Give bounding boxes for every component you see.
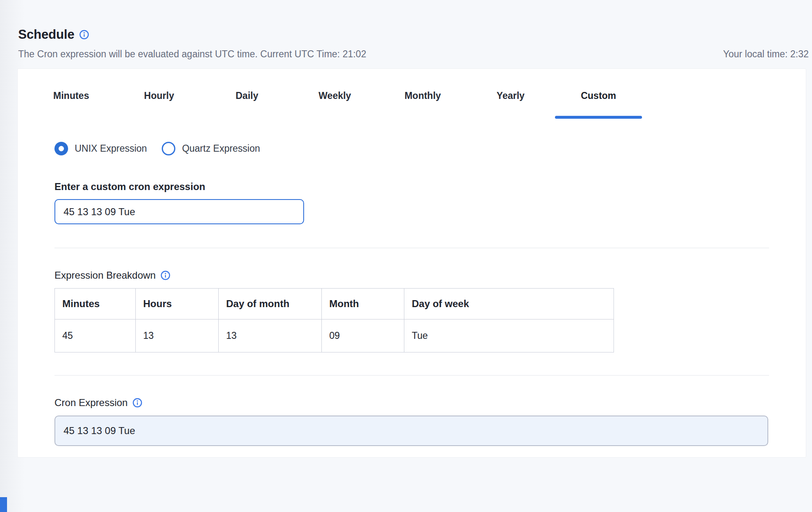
breakdown-col-header: Day of week: [404, 289, 614, 319]
breakdown-cell: 09: [322, 319, 404, 352]
schedule-screen: Schedule The Cron expression will be eva…: [0, 0, 812, 512]
tab-label: Custom: [581, 90, 616, 101]
breakdown-col-header: Day of month: [219, 289, 322, 319]
card-content: UNIX ExpressionQuartz Expression Enter a…: [54, 142, 769, 446]
tab-label: Yearly: [497, 90, 525, 101]
offscreen-button-fragment[interactable]: [0, 497, 7, 512]
tab-daily[interactable]: Daily: [203, 90, 291, 119]
breakdown-col-header: Month: [322, 289, 404, 319]
schedule-card: MinutesHourlyDailyWeeklyMonthlyYearlyCus…: [17, 68, 806, 458]
tab-label: Hourly: [144, 90, 174, 101]
schedule-info-icon[interactable]: [79, 30, 89, 40]
tab-yearly[interactable]: Yearly: [467, 90, 555, 119]
expression-breakdown-title: Expression Breakdown: [54, 270, 156, 281]
cron-expression-title: Cron Expression: [54, 397, 127, 409]
schedule-header: Schedule The Cron expression will be eva…: [18, 27, 809, 60]
tab-hourly[interactable]: Hourly: [115, 90, 203, 119]
tab-label: Minutes: [53, 90, 89, 101]
cron-expression-info-icon[interactable]: [132, 398, 142, 408]
breakdown-col-header: Minutes: [55, 289, 136, 319]
radio-label: Quartz Expression: [182, 143, 260, 154]
tab-label: Daily: [236, 90, 258, 101]
custom-cron-input[interactable]: [54, 199, 304, 224]
tab-monthly[interactable]: Monthly: [379, 90, 467, 119]
breakdown-value-row: 45131309Tue: [55, 319, 614, 352]
tab-custom[interactable]: Custom: [555, 90, 642, 119]
radio-selected-icon[interactable]: [54, 142, 68, 155]
expression-breakdown-info-icon[interactable]: [161, 270, 170, 280]
local-time-label: Your local time: 2:32: [723, 49, 809, 60]
breakdown-cell: Tue: [404, 319, 614, 352]
active-tab-underline: [555, 116, 642, 119]
tab-bar: MinutesHourlyDailyWeeklyMonthlyYearlyCus…: [27, 90, 642, 119]
radio-option-unix[interactable]: UNIX Expression: [54, 142, 147, 155]
radio-label: UNIX Expression: [75, 143, 147, 154]
cron-expression-display[interactable]: 45 13 13 09 Tue: [54, 416, 768, 446]
expression-type-radio-group: UNIX ExpressionQuartz Expression: [54, 142, 769, 155]
page-title: Schedule: [18, 27, 74, 42]
breakdown-col-header: Hours: [136, 289, 219, 319]
expression-breakdown-table: MinutesHoursDay of monthMonthDay of week…: [54, 288, 614, 352]
tab-minutes[interactable]: Minutes: [27, 90, 115, 119]
radio-unselected-icon[interactable]: [162, 142, 175, 155]
breakdown-header-row: MinutesHoursDay of monthMonthDay of week: [55, 289, 614, 319]
divider: [54, 375, 769, 376]
breakdown-cell: 13: [219, 319, 322, 352]
tab-label: Weekly: [319, 90, 351, 101]
custom-cron-label: Enter a custom cron expression: [54, 181, 769, 193]
breakdown-cell: 13: [136, 319, 219, 352]
tab-label: Monthly: [404, 90, 441, 101]
divider: [54, 248, 769, 248]
breakdown-cell: 45: [55, 319, 136, 352]
utc-time-note: The Cron expression will be evaluated ag…: [18, 49, 366, 60]
radio-option-quartz[interactable]: Quartz Expression: [162, 142, 260, 155]
tab-weekly[interactable]: Weekly: [291, 90, 379, 119]
